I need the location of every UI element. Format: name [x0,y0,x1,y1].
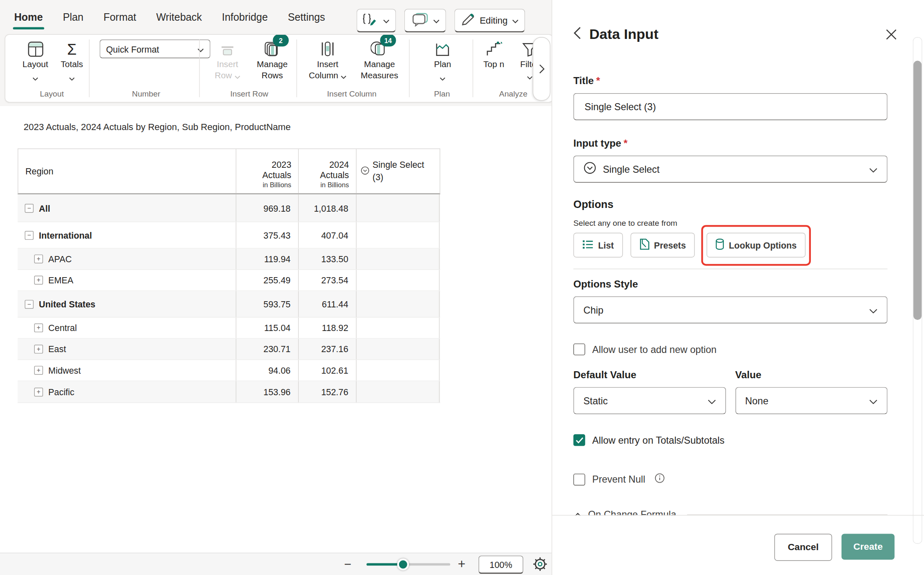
options-style-label: Options Style [573,279,888,290]
column-header-2023-actuals[interactable]: 2023 Actuals in Billions [236,149,299,193]
allow-totals-checkbox-row[interactable]: Allow entry on Totals/Subtotals [573,434,888,446]
zoom-level-field[interactable]: 100% [479,556,523,574]
chevron-down-icon [383,15,389,26]
title-input[interactable]: Single Select (3) [573,93,888,120]
tab-format[interactable]: Format [102,9,138,26]
single-select-cell[interactable] [356,318,440,338]
select-type-icon [361,166,370,176]
manage-measures-button[interactable]: 14 Manage Measures [354,39,405,81]
zoom-slider-thumb[interactable] [397,558,409,570]
input-type-dropdown[interactable]: Single Select [573,155,888,182]
single-select-cell[interactable] [356,270,440,290]
zoom-in-button[interactable]: + [458,556,465,572]
chevron-down-icon [869,164,878,175]
required-asterisk: * [624,138,627,149]
manage-rows-button[interactable]: 2 Manage Rows [252,39,293,81]
tab-home[interactable]: Home [13,9,44,26]
default-value-label: Default Value [573,370,726,381]
comments-button[interactable] [404,9,446,32]
back-icon[interactable] [573,27,581,42]
collapse-icon[interactable]: − [25,231,34,239]
ribbon-scroll-right-button[interactable] [533,37,551,101]
column-header-2024-actuals[interactable]: 2024 Actuals in Billions [298,149,356,193]
column-header-single-select[interactable]: Single Select (3) [356,149,440,193]
top-n-button[interactable]: Top n [479,39,508,70]
zoom-out-button[interactable]: − [344,557,351,571]
currency-format-button[interactable]: $€ [121,101,133,102]
totals-button[interactable]: Σ Totals [56,39,88,83]
editing-mode-button[interactable]: Editing [455,9,525,32]
single-select-cell[interactable] [356,249,440,269]
zoom-slider[interactable] [367,563,450,566]
expand-icon[interactable]: + [34,366,43,374]
single-select-cell[interactable] [356,381,440,402]
table-row[interactable]: +Central 115.04 118.92 [18,318,440,339]
create-button[interactable]: Create [842,534,895,560]
checkbox-unchecked[interactable] [573,343,585,355]
tab-plan[interactable]: Plan [62,9,85,26]
checkbox-checked[interactable] [573,434,585,446]
prevent-null-checkbox-row[interactable]: Prevent Null [573,473,888,486]
table-row[interactable]: +EMEA 255.49 273.54 [18,270,440,291]
single-select-cell[interactable] [356,339,440,360]
column-header-region[interactable]: Region [18,149,236,193]
tab-writeback[interactable]: Writeback [155,9,203,26]
tab-settings[interactable]: Settings [287,9,327,26]
single-select-cell[interactable] [356,360,440,381]
percent-format-button[interactable]: % [99,101,108,102]
expand-icon[interactable]: + [34,254,43,263]
insert-column-button[interactable]: Insert Column [307,39,348,82]
table-row[interactable]: +APAC 119.94 133.50 [18,249,440,270]
tab-infobridge[interactable]: Infobridge [221,9,269,26]
table-row[interactable]: −International 375.43 407.04 [18,222,440,249]
panel-scrollbar-thumb[interactable] [913,60,922,320]
settings-gear-icon[interactable] [532,556,548,575]
cancel-button[interactable]: Cancel [774,534,832,561]
editing-mode-label: Editing [480,15,508,26]
single-select-cell[interactable] [356,222,440,248]
value-dropdown[interactable]: None [735,387,888,414]
layout-button[interactable]: Layout [19,39,51,83]
expand-icon[interactable]: + [34,345,43,353]
main-area: Home Plan Format Writeback Infobridge Se… [0,0,551,575]
panel-footer: Cancel Create [552,515,924,575]
quick-format-dropdown[interactable]: Quick Format [99,39,210,58]
table-row[interactable]: +East 230.71 237.16 [18,339,440,360]
close-icon[interactable] [886,29,897,40]
required-asterisk: * [596,75,600,87]
layout-group-label: Layout [40,89,64,98]
checkbox-unchecked[interactable] [573,474,585,485]
group-divider [296,39,297,97]
allow-new-option-checkbox-row[interactable]: Allow user to add new option [573,343,888,355]
expand-icon[interactable]: + [34,324,43,332]
lookup-options-button[interactable]: Lookup Options [706,233,805,258]
increase-decimal-button[interactable]: .00→ [175,101,189,102]
plan-button[interactable]: Plan [425,39,460,83]
visual-canvas: 2023 Actuals, 2024 Actuals by Region, Su… [0,106,551,553]
table-row[interactable]: +Pacific 153.96 152.76 [18,381,440,403]
chevron-down-icon [512,15,519,26]
info-icon[interactable] [655,473,665,486]
single-select-cell[interactable] [356,291,440,317]
options-style-dropdown[interactable]: Chip [573,296,888,323]
chevron-down-icon [341,70,346,82]
number-format-buttons: % $€ .00← .00→ [99,101,189,102]
options-source-buttons: List Presets Lookup Options [573,233,888,258]
default-value-dropdown[interactable]: Static [573,387,726,414]
list-option-button[interactable]: List [573,233,623,258]
table-row[interactable]: −All 969.18 1,018.48 [18,194,440,222]
collapse-icon[interactable]: − [25,203,34,212]
expand-icon[interactable]: + [34,387,43,396]
single-select-cell[interactable] [356,194,440,221]
table-row[interactable]: +Midwest 94.06 102.61 [18,360,440,381]
panel-scrollbar[interactable] [913,37,922,544]
presets-option-button[interactable]: Presets [630,233,694,258]
chevron-down-icon [197,44,204,54]
writeback-tools-button[interactable] [356,9,396,32]
quick-access-bar: Editing [356,9,525,32]
expand-icon[interactable]: + [34,276,43,285]
decrease-decimal-button[interactable]: .00← [147,101,161,102]
table-row[interactable]: −United States 593.75 611.44 [18,291,440,318]
collapse-icon[interactable]: − [25,300,34,308]
insert-row-button: Insert Row [208,39,247,82]
